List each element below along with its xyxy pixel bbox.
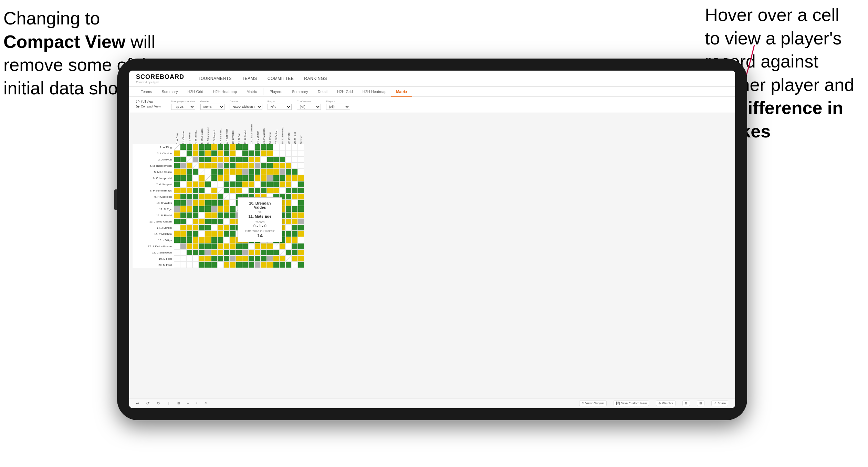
matrix-cell[interactable] xyxy=(285,150,292,156)
matrix-cell[interactable] xyxy=(273,187,279,194)
zoom-fit-btn[interactable]: ⊡ xyxy=(177,402,180,405)
matrix-cell[interactable] xyxy=(186,163,192,169)
matrix-cell[interactable] xyxy=(186,256,192,262)
zoom-reset-btn[interactable]: ⊙ xyxy=(205,402,207,405)
filter-players-select[interactable]: (All) xyxy=(326,104,350,110)
matrix-cell[interactable] xyxy=(298,144,304,150)
matrix-cell[interactable] xyxy=(180,175,186,181)
matrix-cell[interactable] xyxy=(217,218,223,225)
matrix-cell[interactable] xyxy=(223,175,230,181)
matrix-cell[interactable] xyxy=(199,262,205,268)
matrix-cell[interactable] xyxy=(211,225,217,231)
matrix-cell[interactable] xyxy=(248,256,254,262)
matrix-cell[interactable] xyxy=(186,206,192,212)
matrix-cell[interactable] xyxy=(292,169,298,175)
matrix-cell[interactable] xyxy=(205,181,211,187)
matrix-cell[interactable] xyxy=(192,144,199,150)
matrix-cell[interactable] xyxy=(279,150,285,156)
matrix-cell[interactable] xyxy=(292,237,298,243)
matrix-cell[interactable] xyxy=(230,206,236,212)
matrix-cell[interactable] xyxy=(279,169,285,175)
matrix-container[interactable]: 1. W Ding2. L Clanton3. J Koivun4. M Tho… xyxy=(129,113,735,398)
matrix-cell[interactable] xyxy=(292,181,298,187)
matrix-cell[interactable] xyxy=(248,181,254,187)
matrix-cell[interactable] xyxy=(248,144,254,150)
matrix-cell[interactable] xyxy=(236,163,242,169)
matrix-cell[interactable] xyxy=(279,187,285,194)
matrix-cell[interactable] xyxy=(230,212,236,218)
matrix-cell[interactable] xyxy=(292,225,298,231)
matrix-cell[interactable] xyxy=(254,144,261,150)
matrix-cell[interactable] xyxy=(292,194,298,200)
matrix-cell[interactable] xyxy=(267,249,273,256)
matrix-cell[interactable] xyxy=(254,249,261,256)
matrix-cell[interactable] xyxy=(248,150,254,156)
matrix-cell[interactable] xyxy=(298,194,304,200)
subnav-teams[interactable]: Teams xyxy=(136,87,157,97)
matrix-cell[interactable] xyxy=(273,181,279,187)
matrix-cell[interactable] xyxy=(285,256,292,262)
matrix-cell[interactable] xyxy=(211,262,217,268)
nav-rankings[interactable]: RANKINGS xyxy=(304,75,327,82)
matrix-cell[interactable] xyxy=(174,218,180,225)
matrix-cell[interactable] xyxy=(192,200,199,206)
matrix-cell[interactable] xyxy=(199,249,205,256)
matrix-cell[interactable] xyxy=(230,249,236,256)
matrix-cell[interactable] xyxy=(267,150,273,156)
matrix-cell[interactable] xyxy=(199,156,205,163)
matrix-cell[interactable] xyxy=(217,175,223,181)
matrix-cell[interactable] xyxy=(292,200,298,206)
matrix-cell[interactable] xyxy=(192,262,199,268)
matrix-cell[interactable] xyxy=(267,256,273,262)
matrix-cell[interactable] xyxy=(254,156,261,163)
matrix-cell[interactable] xyxy=(298,218,304,225)
matrix-cell[interactable] xyxy=(217,256,223,262)
matrix-cell[interactable] xyxy=(248,175,254,181)
matrix-cell[interactable] xyxy=(285,212,292,218)
matrix-cell[interactable] xyxy=(223,163,230,169)
matrix-cell[interactable] xyxy=(180,144,186,150)
matrix-cell[interactable] xyxy=(174,256,180,262)
matrix-cell[interactable] xyxy=(192,212,199,218)
matrix-cell[interactable] xyxy=(180,181,186,187)
matrix-cell[interactable] xyxy=(217,169,223,175)
matrix-cell[interactable] xyxy=(199,144,205,150)
matrix-cell[interactable] xyxy=(223,181,230,187)
subnav-summary1[interactable]: Summary xyxy=(157,87,182,97)
matrix-cell[interactable] xyxy=(292,156,298,163)
matrix-cell[interactable] xyxy=(199,163,205,169)
compact-view-radio[interactable] xyxy=(136,105,139,108)
matrix-cell[interactable] xyxy=(205,163,211,169)
matrix-cell[interactable] xyxy=(242,150,248,156)
matrix-cell[interactable] xyxy=(199,150,205,156)
layout-btn[interactable]: ⊞ xyxy=(682,401,690,406)
matrix-cell[interactable] xyxy=(267,163,273,169)
matrix-cell[interactable] xyxy=(205,156,211,163)
matrix-cell[interactable] xyxy=(261,175,267,181)
redo-btn[interactable]: ⟳ xyxy=(146,401,150,406)
matrix-cell[interactable] xyxy=(242,175,248,181)
matrix-cell[interactable] xyxy=(261,181,267,187)
matrix-cell[interactable] xyxy=(199,212,205,218)
matrix-cell[interactable] xyxy=(261,163,267,169)
matrix-cell[interactable] xyxy=(298,156,304,163)
matrix-cell[interactable] xyxy=(279,181,285,187)
matrix-cell[interactable] xyxy=(174,163,180,169)
matrix-cell[interactable] xyxy=(242,144,248,150)
matrix-cell[interactable] xyxy=(285,218,292,225)
view-original-btn[interactable]: ⊙ View: Original xyxy=(579,401,607,406)
matrix-cell[interactable] xyxy=(261,256,267,262)
undo-btn[interactable]: ↩ xyxy=(136,401,139,406)
matrix-cell[interactable] xyxy=(292,218,298,225)
matrix-cell[interactable] xyxy=(223,212,230,218)
matrix-cell[interactable] xyxy=(267,262,273,268)
matrix-cell[interactable] xyxy=(285,237,292,243)
matrix-cell[interactable] xyxy=(199,200,205,206)
matrix-cell[interactable] xyxy=(285,187,292,194)
nav-committee[interactable]: COMMITTEE xyxy=(268,75,294,82)
matrix-cell[interactable] xyxy=(261,249,267,256)
matrix-cell[interactable] xyxy=(186,200,192,206)
matrix-cell[interactable] xyxy=(205,243,211,249)
matrix-cell[interactable] xyxy=(285,206,292,212)
matrix-cell[interactable] xyxy=(279,163,285,169)
